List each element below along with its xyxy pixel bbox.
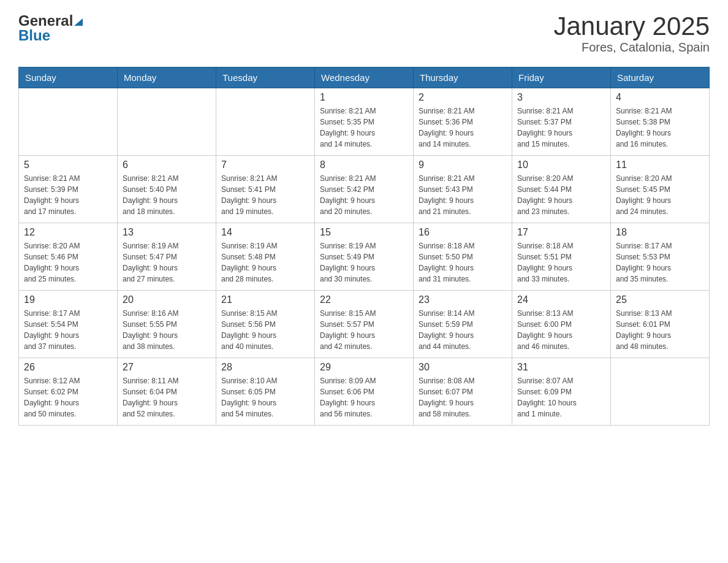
day-number: 15 [320,227,408,238]
calendar-cell: 20Sunrise: 8:16 AMSunset: 5:55 PMDayligh… [118,291,216,358]
calendar-week-row: 5Sunrise: 8:21 AMSunset: 5:39 PMDaylight… [19,156,710,223]
day-number: 13 [123,227,211,238]
day-number: 27 [123,362,211,373]
weekday-header-sunday: Sunday [19,67,118,88]
logo-triangle-icon [74,17,84,27]
day-info: Sunrise: 8:21 AMSunset: 5:40 PMDaylight:… [123,173,211,217]
day-info: Sunrise: 8:19 AMSunset: 5:47 PMDaylight:… [123,240,211,285]
calendar-cell: 12Sunrise: 8:20 AMSunset: 5:46 PMDayligh… [19,223,118,291]
logo: General Blue [18,12,84,44]
day-info: Sunrise: 8:21 AMSunset: 5:35 PMDaylight:… [320,105,408,150]
calendar-cell: 18Sunrise: 8:17 AMSunset: 5:53 PMDayligh… [611,223,710,291]
calendar-cell: 4Sunrise: 8:21 AMSunset: 5:38 PMDaylight… [611,88,710,156]
day-number: 28 [221,362,309,373]
day-info: Sunrise: 8:11 AMSunset: 6:04 PMDaylight:… [123,375,211,419]
day-info: Sunrise: 8:17 AMSunset: 5:53 PMDaylight:… [616,240,704,285]
day-number: 25 [616,294,704,305]
logo-blue: Blue [18,27,50,44]
svg-marker-0 [74,18,83,26]
day-info: Sunrise: 8:21 AMSunset: 5:38 PMDaylight:… [616,105,704,150]
weekday-header-friday: Friday [512,67,611,88]
calendar-cell: 13Sunrise: 8:19 AMSunset: 5:47 PMDayligh… [118,223,216,291]
page-subtitle: Fores, Catalonia, Spain [553,40,710,55]
calendar-cell [19,88,118,156]
day-info: Sunrise: 8:21 AMSunset: 5:37 PMDaylight:… [517,105,605,150]
calendar-cell: 29Sunrise: 8:09 AMSunset: 6:06 PMDayligh… [315,358,414,426]
day-info: Sunrise: 8:21 AMSunset: 5:41 PMDaylight:… [221,173,309,217]
day-number: 20 [123,294,211,305]
weekday-header-row: SundayMondayTuesdayWednesdayThursdayFrid… [19,67,710,88]
day-info: Sunrise: 8:21 AMSunset: 5:36 PMDaylight:… [419,105,507,150]
calendar-cell: 17Sunrise: 8:18 AMSunset: 5:51 PMDayligh… [512,223,611,291]
day-number: 26 [24,362,112,373]
day-info: Sunrise: 8:13 AMSunset: 6:01 PMDaylight:… [616,308,704,352]
calendar-cell [118,88,216,156]
day-info: Sunrise: 8:12 AMSunset: 6:02 PMDaylight:… [24,375,112,419]
calendar-cell: 24Sunrise: 8:13 AMSunset: 6:00 PMDayligh… [512,291,611,358]
day-info: Sunrise: 8:18 AMSunset: 5:50 PMDaylight:… [419,240,507,285]
calendar-cell: 23Sunrise: 8:14 AMSunset: 5:59 PMDayligh… [414,291,512,358]
calendar-cell: 28Sunrise: 8:10 AMSunset: 6:05 PMDayligh… [216,358,315,426]
day-info: Sunrise: 8:15 AMSunset: 5:56 PMDaylight:… [221,308,309,352]
title-block: January 2025 Fores, Catalonia, Spain [553,12,710,55]
calendar-week-row: 26Sunrise: 8:12 AMSunset: 6:02 PMDayligh… [19,358,710,426]
calendar-cell [216,88,315,156]
calendar-cell: 16Sunrise: 8:18 AMSunset: 5:50 PMDayligh… [414,223,512,291]
day-number: 10 [517,159,605,170]
day-number: 16 [419,227,507,238]
calendar-cell: 1Sunrise: 8:21 AMSunset: 5:35 PMDaylight… [315,88,414,156]
day-info: Sunrise: 8:21 AMSunset: 5:39 PMDaylight:… [24,173,112,217]
day-number: 1 [320,92,408,103]
day-number: 3 [517,92,605,103]
calendar-cell: 22Sunrise: 8:15 AMSunset: 5:57 PMDayligh… [315,291,414,358]
day-info: Sunrise: 8:14 AMSunset: 5:59 PMDaylight:… [419,308,507,352]
calendar-cell: 10Sunrise: 8:20 AMSunset: 5:44 PMDayligh… [512,156,611,223]
day-info: Sunrise: 8:13 AMSunset: 6:00 PMDaylight:… [517,308,605,352]
day-info: Sunrise: 8:20 AMSunset: 5:44 PMDaylight:… [517,173,605,217]
day-info: Sunrise: 8:07 AMSunset: 6:09 PMDaylight:… [517,375,605,419]
calendar-week-row: 1Sunrise: 8:21 AMSunset: 5:35 PMDaylight… [19,88,710,156]
day-number: 18 [616,227,704,238]
calendar-cell: 30Sunrise: 8:08 AMSunset: 6:07 PMDayligh… [414,358,512,426]
calendar-cell: 14Sunrise: 8:19 AMSunset: 5:48 PMDayligh… [216,223,315,291]
day-number: 6 [123,159,211,170]
day-number: 22 [320,294,408,305]
day-number: 12 [24,227,112,238]
calendar-cell: 19Sunrise: 8:17 AMSunset: 5:54 PMDayligh… [19,291,118,358]
day-info: Sunrise: 8:21 AMSunset: 5:42 PMDaylight:… [320,173,408,217]
day-info: Sunrise: 8:17 AMSunset: 5:54 PMDaylight:… [24,308,112,352]
calendar-week-row: 12Sunrise: 8:20 AMSunset: 5:46 PMDayligh… [19,223,710,291]
day-number: 31 [517,362,605,373]
day-number: 17 [517,227,605,238]
day-info: Sunrise: 8:15 AMSunset: 5:57 PMDaylight:… [320,308,408,352]
calendar-cell: 15Sunrise: 8:19 AMSunset: 5:49 PMDayligh… [315,223,414,291]
weekday-header-monday: Monday [118,67,216,88]
day-info: Sunrise: 8:16 AMSunset: 5:55 PMDaylight:… [123,308,211,352]
day-info: Sunrise: 8:19 AMSunset: 5:49 PMDaylight:… [320,240,408,285]
page-header: General Blue January 2025 Fores, Catalon… [18,12,710,55]
calendar-cell: 2Sunrise: 8:21 AMSunset: 5:36 PMDaylight… [414,88,512,156]
day-number: 11 [616,159,704,170]
calendar-cell: 5Sunrise: 8:21 AMSunset: 5:39 PMDaylight… [19,156,118,223]
calendar-cell [611,358,710,426]
calendar-cell: 25Sunrise: 8:13 AMSunset: 6:01 PMDayligh… [611,291,710,358]
calendar-cell: 31Sunrise: 8:07 AMSunset: 6:09 PMDayligh… [512,358,611,426]
day-number: 8 [320,159,408,170]
day-info: Sunrise: 8:08 AMSunset: 6:07 PMDaylight:… [419,375,507,419]
day-info: Sunrise: 8:18 AMSunset: 5:51 PMDaylight:… [517,240,605,285]
calendar-cell: 11Sunrise: 8:20 AMSunset: 5:45 PMDayligh… [611,156,710,223]
day-info: Sunrise: 8:20 AMSunset: 5:46 PMDaylight:… [24,240,112,285]
day-info: Sunrise: 8:21 AMSunset: 5:43 PMDaylight:… [419,173,507,217]
day-info: Sunrise: 8:20 AMSunset: 5:45 PMDaylight:… [616,173,704,217]
day-number: 2 [419,92,507,103]
day-number: 24 [517,294,605,305]
day-number: 4 [616,92,704,103]
day-number: 23 [419,294,507,305]
day-number: 30 [419,362,507,373]
calendar-cell: 8Sunrise: 8:21 AMSunset: 5:42 PMDaylight… [315,156,414,223]
page-title: January 2025 [553,12,710,40]
day-info: Sunrise: 8:09 AMSunset: 6:06 PMDaylight:… [320,375,408,419]
day-info: Sunrise: 8:10 AMSunset: 6:05 PMDaylight:… [221,375,309,419]
weekday-header-saturday: Saturday [611,67,710,88]
calendar-cell: 6Sunrise: 8:21 AMSunset: 5:40 PMDaylight… [118,156,216,223]
